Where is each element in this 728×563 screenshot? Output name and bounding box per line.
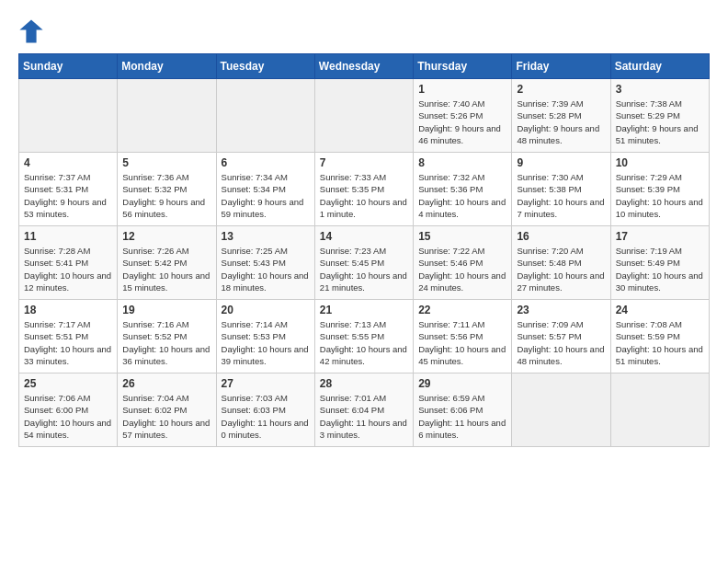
day-info: Sunrise: 7:29 AMSunset: 5:39 PMDaylight:… bbox=[616, 171, 704, 220]
calendar-cell: 6Sunrise: 7:34 AMSunset: 5:34 PMDaylight… bbox=[216, 153, 314, 226]
calendar-cell: 1Sunrise: 7:40 AMSunset: 5:26 PMDaylight… bbox=[414, 79, 512, 153]
day-header-wednesday: Wednesday bbox=[314, 54, 413, 79]
calendar-cell: 20Sunrise: 7:14 AMSunset: 5:53 PMDayligh… bbox=[216, 300, 314, 373]
calendar-cell: 27Sunrise: 7:03 AMSunset: 6:03 PMDayligh… bbox=[216, 373, 314, 447]
day-number: 15 bbox=[418, 230, 506, 243]
calendar-week-row: 25Sunrise: 7:06 AMSunset: 6:00 PMDayligh… bbox=[19, 373, 710, 447]
day-number: 20 bbox=[222, 304, 310, 316]
day-number: 18 bbox=[24, 304, 112, 316]
page-header bbox=[18, 15, 710, 44]
day-info: Sunrise: 7:16 AMSunset: 5:52 PMDaylight:… bbox=[122, 318, 210, 367]
calendar-cell: 3Sunrise: 7:38 AMSunset: 5:29 PMDaylight… bbox=[610, 79, 709, 153]
day-number: 25 bbox=[24, 377, 112, 390]
calendar-header-row: SundayMondayTuesdayWednesdayThursdayFrid… bbox=[19, 54, 710, 79]
day-info: Sunrise: 7:03 AMSunset: 6:03 PMDaylight:… bbox=[222, 392, 310, 441]
calendar-week-row: 1Sunrise: 7:40 AMSunset: 5:26 PMDaylight… bbox=[19, 79, 710, 153]
day-info: Sunrise: 7:36 AMSunset: 5:32 PMDaylight:… bbox=[122, 171, 210, 220]
day-number: 8 bbox=[418, 156, 506, 169]
day-number: 5 bbox=[122, 156, 210, 169]
calendar-cell: 29Sunrise: 6:59 AMSunset: 6:06 PMDayligh… bbox=[414, 373, 512, 447]
calendar-week-row: 11Sunrise: 7:28 AMSunset: 5:41 PMDayligh… bbox=[19, 226, 710, 300]
calendar-cell: 8Sunrise: 7:32 AMSunset: 5:36 PMDaylight… bbox=[414, 153, 512, 226]
calendar-cell: 25Sunrise: 7:06 AMSunset: 6:00 PMDayligh… bbox=[19, 373, 118, 447]
day-header-tuesday: Tuesday bbox=[216, 54, 314, 79]
day-number: 13 bbox=[222, 230, 310, 243]
day-number: 9 bbox=[517, 156, 605, 169]
day-info: Sunrise: 7:20 AMSunset: 5:48 PMDaylight:… bbox=[517, 245, 605, 293]
calendar-cell: 14Sunrise: 7:23 AMSunset: 5:45 PMDayligh… bbox=[314, 226, 413, 300]
day-info: Sunrise: 7:26 AMSunset: 5:42 PMDaylight:… bbox=[122, 245, 210, 293]
day-number: 1 bbox=[418, 83, 506, 96]
day-info: Sunrise: 7:13 AMSunset: 5:55 PMDaylight:… bbox=[320, 318, 408, 367]
day-info: Sunrise: 7:17 AMSunset: 5:51 PMDaylight:… bbox=[24, 318, 112, 367]
day-number: 19 bbox=[122, 304, 210, 316]
day-info: Sunrise: 7:19 AMSunset: 5:49 PMDaylight:… bbox=[616, 245, 704, 293]
calendar-table: SundayMondayTuesdayWednesdayThursdayFrid… bbox=[18, 53, 710, 447]
day-number: 24 bbox=[616, 304, 704, 316]
day-number: 14 bbox=[320, 230, 408, 243]
calendar-cell: 19Sunrise: 7:16 AMSunset: 5:52 PMDayligh… bbox=[118, 300, 216, 373]
day-number: 2 bbox=[517, 83, 605, 96]
calendar-cell bbox=[19, 79, 118, 153]
calendar-cell: 10Sunrise: 7:29 AMSunset: 5:39 PMDayligh… bbox=[610, 153, 709, 226]
day-number: 23 bbox=[517, 304, 605, 316]
day-number: 4 bbox=[24, 156, 112, 169]
calendar-cell bbox=[512, 373, 610, 447]
calendar-cell: 17Sunrise: 7:19 AMSunset: 5:49 PMDayligh… bbox=[610, 226, 709, 300]
day-info: Sunrise: 7:06 AMSunset: 6:00 PMDaylight:… bbox=[24, 392, 112, 441]
calendar-cell: 9Sunrise: 7:30 AMSunset: 5:38 PMDaylight… bbox=[512, 153, 610, 226]
day-number: 10 bbox=[616, 156, 704, 169]
day-header-saturday: Saturday bbox=[610, 54, 709, 79]
day-number: 28 bbox=[320, 377, 408, 390]
day-info: Sunrise: 7:38 AMSunset: 5:29 PMDaylight:… bbox=[616, 98, 704, 146]
calendar-cell: 5Sunrise: 7:36 AMSunset: 5:32 PMDaylight… bbox=[118, 153, 216, 226]
day-info: Sunrise: 7:11 AMSunset: 5:56 PMDaylight:… bbox=[418, 318, 506, 367]
day-info: Sunrise: 7:01 AMSunset: 6:04 PMDaylight:… bbox=[320, 392, 408, 441]
calendar-cell: 28Sunrise: 7:01 AMSunset: 6:04 PMDayligh… bbox=[314, 373, 413, 447]
calendar-cell bbox=[610, 373, 709, 447]
day-number: 7 bbox=[320, 156, 408, 169]
calendar-cell bbox=[118, 79, 216, 153]
calendar-cell: 21Sunrise: 7:13 AMSunset: 5:55 PMDayligh… bbox=[314, 300, 413, 373]
day-number: 16 bbox=[517, 230, 605, 243]
day-info: Sunrise: 7:30 AMSunset: 5:38 PMDaylight:… bbox=[517, 171, 605, 220]
day-info: Sunrise: 7:32 AMSunset: 5:36 PMDaylight:… bbox=[418, 171, 506, 220]
calendar-cell: 18Sunrise: 7:17 AMSunset: 5:51 PMDayligh… bbox=[19, 300, 118, 373]
calendar-cell: 16Sunrise: 7:20 AMSunset: 5:48 PMDayligh… bbox=[512, 226, 610, 300]
day-number: 26 bbox=[122, 377, 210, 390]
calendar-cell: 26Sunrise: 7:04 AMSunset: 6:02 PMDayligh… bbox=[118, 373, 216, 447]
calendar-cell: 15Sunrise: 7:22 AMSunset: 5:46 PMDayligh… bbox=[414, 226, 512, 300]
day-header-friday: Friday bbox=[512, 54, 610, 79]
day-info: Sunrise: 7:33 AMSunset: 5:35 PMDaylight:… bbox=[320, 171, 408, 220]
day-info: Sunrise: 7:04 AMSunset: 6:02 PMDaylight:… bbox=[122, 392, 210, 441]
day-number: 6 bbox=[222, 156, 310, 169]
calendar-week-row: 18Sunrise: 7:17 AMSunset: 5:51 PMDayligh… bbox=[19, 300, 710, 373]
day-number: 11 bbox=[24, 230, 112, 243]
calendar-cell: 22Sunrise: 7:11 AMSunset: 5:56 PMDayligh… bbox=[414, 300, 512, 373]
calendar-cell: 13Sunrise: 7:25 AMSunset: 5:43 PMDayligh… bbox=[216, 226, 314, 300]
calendar-cell: 4Sunrise: 7:37 AMSunset: 5:31 PMDaylight… bbox=[19, 153, 118, 226]
calendar-cell: 23Sunrise: 7:09 AMSunset: 5:57 PMDayligh… bbox=[512, 300, 610, 373]
day-info: Sunrise: 7:09 AMSunset: 5:57 PMDaylight:… bbox=[517, 318, 605, 367]
day-info: Sunrise: 7:08 AMSunset: 5:59 PMDaylight:… bbox=[616, 318, 704, 367]
logo bbox=[18, 18, 48, 44]
day-info: Sunrise: 7:23 AMSunset: 5:45 PMDaylight:… bbox=[320, 245, 408, 293]
day-info: Sunrise: 7:34 AMSunset: 5:34 PMDaylight:… bbox=[222, 171, 310, 220]
day-number: 27 bbox=[222, 377, 310, 390]
day-header-monday: Monday bbox=[118, 54, 216, 79]
calendar-cell: 24Sunrise: 7:08 AMSunset: 5:59 PMDayligh… bbox=[610, 300, 709, 373]
svg-marker-0 bbox=[19, 19, 42, 42]
day-number: 29 bbox=[418, 377, 506, 390]
day-header-sunday: Sunday bbox=[19, 54, 118, 79]
calendar-cell bbox=[314, 79, 413, 153]
calendar-cell bbox=[216, 79, 314, 153]
calendar-cell: 12Sunrise: 7:26 AMSunset: 5:42 PMDayligh… bbox=[118, 226, 216, 300]
day-info: Sunrise: 7:40 AMSunset: 5:26 PMDaylight:… bbox=[418, 98, 506, 146]
day-number: 17 bbox=[616, 230, 704, 243]
day-info: Sunrise: 7:14 AMSunset: 5:53 PMDaylight:… bbox=[222, 318, 310, 367]
logo-icon bbox=[18, 18, 44, 44]
day-info: Sunrise: 7:25 AMSunset: 5:43 PMDaylight:… bbox=[222, 245, 310, 293]
day-info: Sunrise: 7:37 AMSunset: 5:31 PMDaylight:… bbox=[24, 171, 112, 220]
day-number: 3 bbox=[616, 83, 704, 96]
day-number: 22 bbox=[418, 304, 506, 316]
